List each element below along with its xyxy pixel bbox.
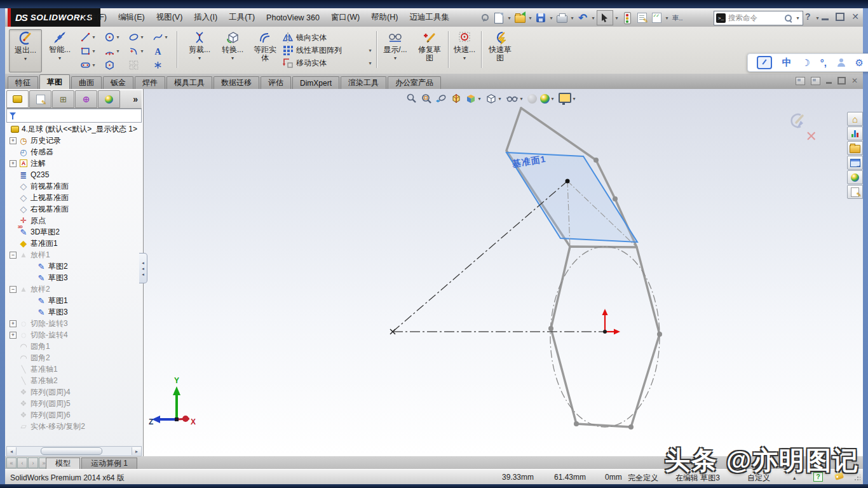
smart-dimension-button[interactable]: 智能... [44,29,75,62]
view-palette-button[interactable] [847,156,863,170]
pane-toggle-icon[interactable] [796,77,805,85]
tab-featuremanager[interactable] [6,90,29,108]
fillet-dropdown[interactable] [139,45,145,57]
ribbon-tab[interactable]: 钣金 [103,76,133,89]
tree-item[interactable]: Q235 [6,169,142,180]
spline-tool[interactable] [153,30,175,44]
tree-item[interactable]: 基准轴1 [6,363,142,375]
menu-item[interactable]: 编辑(E) [112,12,151,23]
options-dropdown[interactable] [664,11,670,25]
tree-item[interactable]: 右视基准面 [6,203,142,215]
exit-sketch-dropdown[interactable] [24,55,27,62]
undo-button[interactable]: ↶ [576,11,590,25]
first-tab-button[interactable]: « [6,458,17,468]
ellipse-dropdown[interactable] [139,31,145,43]
help-button[interactable]: ? [805,11,811,22]
hide-show-items-button[interactable] [505,92,525,105]
save-button[interactable] [534,11,548,25]
undo-dropdown[interactable] [590,11,596,25]
toolbox-button[interactable]: 車.. [670,11,684,25]
tree-item[interactable]: + 历史记录 [6,135,142,146]
line-dropdown[interactable] [91,31,97,43]
display-style-button[interactable] [485,92,503,105]
document-tab[interactable]: 模型 [46,458,80,469]
search-icon[interactable] [785,15,792,22]
open-dropdown[interactable] [527,11,533,25]
tree-item[interactable]: 阵列(圆周)5 [6,398,142,409]
tab-propertymanager[interactable] [29,90,51,108]
edit-appearance-button-disabled[interactable] [527,92,538,105]
pin-icon[interactable] [480,13,489,22]
help-dropdown[interactable] [815,11,820,25]
menu-item[interactable]: 文件(F) [75,12,112,23]
apply-scene-button[interactable] [539,92,556,105]
arc-dropdown[interactable] [115,45,121,57]
tree-horizontal-scrollbar[interactable]: ◂ ▸ [6,446,142,456]
panel-tabs-overflow[interactable] [129,90,142,108]
tree-filter[interactable] [6,109,142,123]
tree-item[interactable]: − 放样2 [6,283,142,295]
minimize-button[interactable] [822,18,829,20]
ribbon-tab[interactable]: 办公室产品 [388,76,441,89]
interference-button[interactable] [620,11,634,25]
apply-scene-dropdown[interactable] [550,92,555,105]
print-button[interactable] [555,11,569,25]
mirror-entities-button[interactable]: 镜向实体 [282,31,327,44]
ribbon-tab[interactable]: 渲染工具 [341,76,386,89]
ribbon-tab[interactable]: 曲面 [71,76,102,89]
tab-displaymanager[interactable] [98,90,120,108]
ime-language-toggle[interactable]: 中 [782,57,792,69]
ribbon-tab[interactable]: 模具工具 [166,76,212,89]
zoom-to-area-button[interactable] [420,92,433,105]
hide-show-dropdown[interactable] [519,92,524,105]
save-dropdown[interactable] [548,11,554,25]
ribbon-tab[interactable]: 草图 [39,74,70,89]
select-button[interactable] [597,10,613,25]
rapid-sketch-button[interactable]: 快速草图 [485,29,515,62]
circle-tool[interactable] [104,30,127,44]
arc-tool[interactable] [104,44,127,58]
tree-item[interactable]: 圆角2 [6,352,142,363]
tree-expander[interactable]: + [10,332,17,339]
previous-view-button[interactable] [435,92,448,105]
doc-restore-button[interactable] [837,77,846,85]
text-tool[interactable]: A [153,44,175,58]
trim-dropdown[interactable] [198,54,201,62]
tree-item[interactable]: − 放样1 [6,249,142,261]
pattern-tool-disabled[interactable] [128,58,151,72]
menu-item[interactable]: 帮助(H) [365,12,403,23]
view-orientation-dropdown[interactable] [477,92,482,105]
search-dropdown[interactable] [795,11,801,25]
prev-tab-button[interactable]: ‹ [17,458,27,468]
move-entities-dropdown[interactable] [367,56,373,70]
tree-item[interactable]: 原点 [6,215,142,226]
confirmation-corner-cancel[interactable] [806,128,817,145]
tree-item[interactable]: 3D草图2 [6,226,142,238]
file-explorer-button[interactable] [847,141,863,155]
tree-item[interactable]: 阵列(圆周)6 [6,409,142,421]
panel-collapse-handle[interactable] [139,253,147,283]
next-tab-button[interactable]: › [28,458,38,468]
view-settings-button[interactable] [558,92,578,105]
design-library-button[interactable] [847,126,863,140]
graphics-viewport[interactable]: 基准面1 [144,89,863,456]
confirmation-corner-exit-sketch[interactable] [788,112,807,130]
convert-dropdown[interactable] [231,54,234,62]
tree-expander[interactable]: + [10,137,17,144]
ribbon-tab[interactable]: 数据迁移 [214,76,259,89]
offset-entities-button[interactable]: 等距实体 [250,29,280,62]
tree-item[interactable]: 草图3 [6,272,142,283]
ime-gauge-icon[interactable] [757,56,772,69]
tree-item[interactable]: 草图3 [6,306,142,318]
rectangle-tool[interactable] [80,44,103,58]
tab-configurationmanager[interactable] [52,90,74,108]
scroll-right-arrow[interactable]: ▸ [132,447,141,455]
display-style-dropdown[interactable] [497,92,503,105]
tree-item[interactable]: 传感器 [6,146,142,158]
close-button[interactable] [851,12,859,21]
tree-item[interactable]: 草图2 [6,261,142,272]
trim-entities-button[interactable]: 剪裁... [184,29,215,62]
menu-item[interactable]: PhotoView 360 [261,13,325,22]
restore-button[interactable] [836,13,844,21]
scroll-left-arrow[interactable]: ◂ [7,447,17,455]
